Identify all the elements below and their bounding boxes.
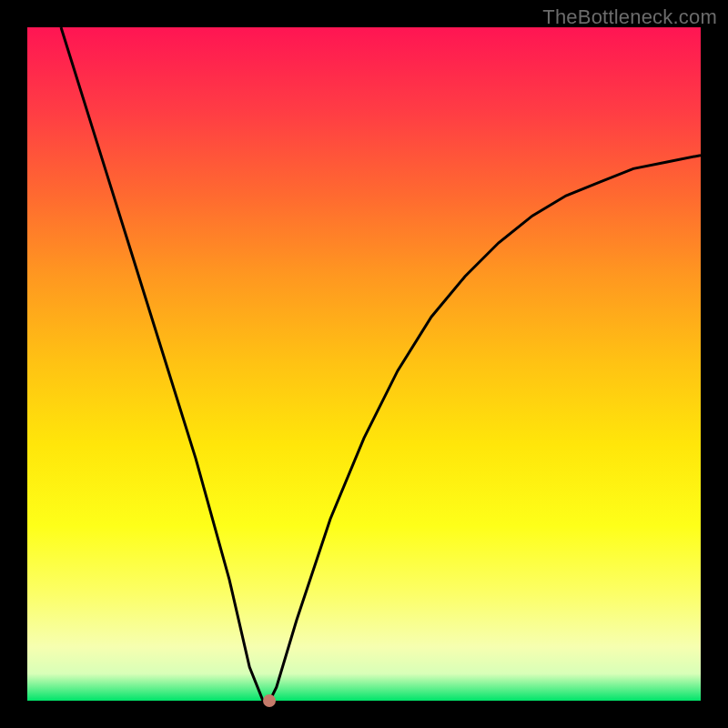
chart-frame: TheBottleneck.com [0,0,728,728]
bottleneck-curve [27,27,701,701]
plot-area [27,27,701,701]
optimal-point-marker [263,694,276,707]
watermark-text: TheBottleneck.com [542,5,717,29]
